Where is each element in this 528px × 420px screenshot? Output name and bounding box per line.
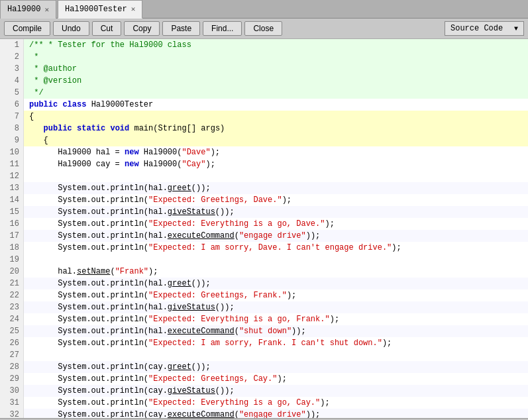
code-line: System.out.println("Expected: I am sorry… [24, 242, 528, 254]
copy-button[interactable]: Copy [124, 21, 160, 36]
code-line: * @version [24, 75, 528, 87]
code-line: System.out.println(hal.giveStatus()); [24, 206, 528, 218]
undo-button[interactable]: Undo [53, 21, 89, 36]
code-line: System.out.println(cay.greet()); [24, 361, 528, 373]
code-line: { [24, 134, 528, 146]
code-line: /** * Tester for the Hal9000 class [24, 39, 528, 51]
line-numbers: 1234567891011121314151617181920212223242… [0, 39, 24, 418]
code-line: System.out.println("Expected: Greetings,… [24, 194, 528, 206]
code-line: Hal9000 hal = new Hal9000("Dave"); [24, 146, 528, 158]
tab-bar: Hal9000 ✕ Hal9000Tester ✕ [0, 0, 528, 19]
code-line: System.out.println(cay.executeCommand("e… [24, 409, 528, 418]
find-button[interactable]: Find... [203, 21, 242, 36]
code-line: System.out.println(hal.giveStatus()); [24, 301, 528, 313]
code-line: * @author [24, 63, 528, 75]
dropdown-arrow-icon: ▼ [514, 25, 518, 32]
code-line: System.out.println(hal.executeCommand("e… [24, 230, 528, 242]
code-line: System.out.println(cay.giveStatus()); [24, 385, 528, 397]
source-code-label: Source Code [450, 24, 503, 33]
code-line: System.out.println("Expected: Greetings,… [24, 373, 528, 385]
code-line: public static void main(String[] args) [24, 123, 528, 134]
tab-hal9000-label: Hal9000 [7, 5, 40, 14]
code-line: System.out.println(hal.greet()); [24, 182, 528, 194]
code-line: { [24, 111, 528, 123]
code-line: hal.setName("Frank"); [24, 266, 528, 278]
tab-hal9000tester-close[interactable]: ✕ [131, 5, 136, 13]
code-line: System.out.println(hal.executeCommand("s… [24, 325, 528, 337]
code-line: System.out.println("Expected: Everything… [24, 397, 528, 409]
tab-hal9000-close[interactable]: ✕ [44, 5, 49, 14]
code-line: * [24, 51, 528, 63]
code-line [24, 349, 528, 361]
tab-hal9000[interactable]: Hal9000 ✕ [0, 0, 56, 19]
code-line: System.out.println("Expected: Greetings,… [24, 289, 528, 301]
code-line [24, 170, 528, 182]
tab-hal9000tester[interactable]: Hal9000Tester ✕ [58, 0, 142, 19]
code-area[interactable]: /** * Tester for the Hal9000 class * * @… [24, 39, 528, 418]
code-line: System.out.println("Expected: Everything… [24, 313, 528, 325]
code-line: System.out.println(hal.greet()); [24, 278, 528, 289]
code-line: Hal9000 cay = new Hal9000("Cay"); [24, 158, 528, 170]
tab-hal9000tester-label: Hal9000Tester [65, 5, 127, 14]
code-line: System.out.println("Expected: Everything… [24, 218, 528, 230]
source-code-dropdown[interactable]: Source Code ▼ [445, 21, 524, 36]
editor-container: 1234567891011121314151617181920212223242… [0, 39, 528, 418]
close-button[interactable]: Close [244, 21, 282, 36]
code-line: */ [24, 87, 528, 99]
code-line: System.out.println("Expected: I am sorry… [24, 337, 528, 349]
cut-button[interactable]: Cut [92, 21, 122, 36]
code-line [24, 254, 528, 266]
compile-button[interactable]: Compile [4, 21, 50, 36]
toolbar: Compile Undo Cut Copy Paste Find... Clos… [0, 19, 528, 39]
paste-button[interactable]: Paste [162, 21, 200, 36]
code-line: public class Hal9000Tester [24, 99, 528, 111]
